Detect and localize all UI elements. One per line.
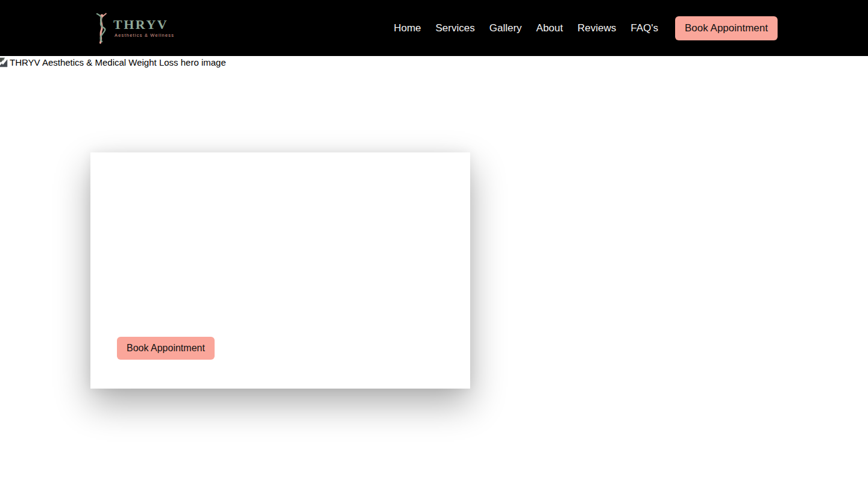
hero-image-alt-text: THRYV Aesthetics & Medical Weight Loss h…: [10, 57, 226, 67]
header-book-appointment-button[interactable]: Book Appointment: [675, 16, 778, 40]
nav-item-reviews[interactable]: Reviews: [577, 22, 616, 34]
logo-subtitle: Aesthetics & Wellness: [113, 33, 174, 38]
site-header: THRYV Aesthetics & Wellness Home Service…: [0, 0, 868, 56]
main-nav: Home Services Gallery About Reviews FAQ'…: [394, 16, 778, 40]
logo[interactable]: THRYV Aesthetics & Wellness: [93, 12, 174, 45]
main-content: THRYV Aesthetics & Medical Weight Loss h…: [0, 56, 868, 68]
broken-image-icon: [0, 57, 8, 67]
nav-item-gallery[interactable]: Gallery: [489, 22, 522, 34]
logo-figure-icon: [93, 12, 110, 45]
hero-image-broken: THRYV Aesthetics & Medical Weight Loss h…: [0, 56, 868, 68]
booking-card: Book Appointment: [90, 152, 470, 389]
nav-item-services[interactable]: Services: [436, 22, 475, 34]
nav-item-home[interactable]: Home: [394, 22, 421, 34]
nav-item-faqs[interactable]: FAQ's: [631, 22, 658, 34]
card-book-appointment-button[interactable]: Book Appointment: [117, 337, 215, 360]
nav-item-about[interactable]: About: [536, 22, 563, 34]
logo-title: THRYV: [113, 18, 174, 31]
logo-text: THRYV Aesthetics & Wellness: [113, 18, 174, 38]
